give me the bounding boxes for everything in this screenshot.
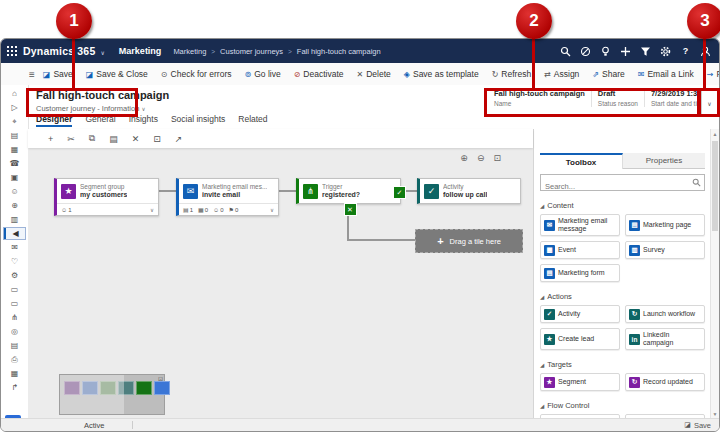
refresh-button[interactable]: ↻ Refresh [492,69,535,79]
search-document-icon[interactable]: ◎ [5,326,24,337]
share-button[interactable]: ⇗ Share [592,69,628,79]
zoom-in-icon[interactable]: ⊕ [460,153,468,163]
scroll-down-icon[interactable]: ▼ [711,411,719,417]
assign-button[interactable]: ⇄ Assign [544,69,583,79]
toolbox-item[interactable]: ▦ Event [540,241,620,259]
collapse-menu-icon[interactable]: ≡ [29,69,35,80]
tab-toolbox[interactable]: Toolbox [540,153,623,169]
tile-segment-group[interactable]: ★ Segment group my customers ☺1 ∨ [54,178,159,216]
scrollbar-thumb[interactable] [712,141,718,231]
toolbox-item[interactable]: ▥ Survey [625,241,705,259]
recent-icon[interactable]: ▷ [5,102,24,113]
snapshot-icon[interactable]: ⊡ [153,134,161,144]
check-errors-button[interactable]: ⊙ Check for errors [161,69,236,79]
flow-arrow-icon[interactable]: ↱ [5,382,24,393]
toolbox-item[interactable]: ✉ Marketing email message [540,214,620,236]
pinned-icon[interactable]: ⌖ [5,116,24,127]
toolbox-item[interactable]: ▤ Marketing page [625,214,705,236]
tab-related[interactable]: Related [238,114,267,127]
save-template-button[interactable]: ◈ Save as template [404,69,483,79]
save-close-button[interactable]: ◪ Save & Close [86,69,152,79]
calendar-icon[interactable]: ▦ [5,144,24,155]
tab-insights[interactable]: Insights [129,114,158,127]
phone-icon[interactable]: ☎ [5,158,24,169]
email-icon[interactable]: ✉ [5,242,24,253]
delete-button[interactable]: ✕ Delete [357,69,395,79]
lightbulb-icon[interactable] [600,46,611,57]
section-header[interactable]: ◢ Flow Control [540,401,705,410]
account-icon[interactable] [700,46,711,57]
breadcrumb-item[interactable]: Marketing [173,47,206,56]
trigger-true-badge[interactable]: ✓ [393,186,406,199]
app-name-label[interactable]: Marketing [119,46,162,56]
breadcrumb-item[interactable]: Customer journeys [220,47,283,56]
brand-label[interactable]: Dynamics 365 [23,45,95,57]
tile-activity[interactable]: ✓ Activity follow up call [417,178,521,204]
panel-scrollbar[interactable]: ▲ ▼ [710,129,719,419]
compass-icon[interactable] [580,46,591,57]
tab-designer[interactable]: Designer [36,114,72,127]
add-tile-icon[interactable]: + [48,134,53,144]
briefcase-icon[interactable]: ▣ [5,172,24,183]
paste-icon[interactable]: ▤ [109,134,118,144]
tab-social-insights[interactable]: Social insights [171,114,225,127]
delete-tile-icon[interactable]: ✕ [132,134,140,144]
toolbox-item[interactable]: in LinkedIn campaign [625,328,705,350]
settings-gear-icon[interactable] [660,46,671,57]
toolbox-item[interactable]: ↻ Record updated [625,373,705,391]
canvas-minimap[interactable]: ⊡ [59,374,165,415]
drag-tile-placeholder[interactable]: + Drag a tile here [415,229,523,253]
archive-icon[interactable]: ▭ [5,298,24,309]
email-link-button[interactable]: ✉ Email a Link [638,69,698,79]
table-icon[interactable]: ▦ [5,368,24,379]
header-collapse-button[interactable]: ∨ [701,89,718,117]
toolbox-item[interactable]: ▤ Marketing form [540,264,620,282]
tab-properties[interactable]: Properties [623,153,705,169]
go-live-button[interactable]: ⊚ Go live [244,69,284,79]
page-icon[interactable]: ▤ [5,130,24,141]
document-icon[interactable]: ▤ [5,340,24,351]
tile-marketing-email[interactable]: ✉ Marketing email mes... invite email ▤1… [176,178,279,216]
section-header[interactable]: ◢ Actions [540,292,705,301]
home-icon[interactable]: ⌂ [5,88,24,99]
trigger-false-badge[interactable]: ✕ [344,203,357,216]
print-icon[interactable]: ⎙ [5,354,24,365]
tile-trigger[interactable]: ⋔ Trigger registered? ✓ ✕ [296,178,401,204]
customer-journey-icon[interactable]: ◀ [4,228,25,239]
chevron-down-icon[interactable]: ∨ [270,207,274,213]
cut-icon[interactable]: ✂ [67,134,75,144]
share-branch-icon[interactable]: ⋔ [5,312,24,323]
flow-button[interactable]: ⇝ Flow ∨ [707,69,719,79]
help-icon[interactable]: ? [680,46,691,57]
section-header[interactable]: ◢ Targets [540,360,705,369]
contact-icon[interactable]: ☺ [5,186,24,197]
breadcrumb-item[interactable]: Fall high-touch campaign [297,47,381,56]
copy-icon[interactable]: ⧉ [89,133,95,144]
heart-icon[interactable]: ♡ [5,256,24,267]
chevron-down-icon[interactable]: ∨ [150,207,154,213]
folder-icon[interactable]: ▭ [5,284,24,295]
expand-icon[interactable]: ↗ [175,134,183,144]
toolbox-item[interactable]: ★ Create lead [540,328,620,350]
minimap-collapse-icon[interactable]: ⊡ [158,375,163,382]
tab-general[interactable]: General [85,114,115,127]
search-input[interactable] [541,179,704,194]
scroll-up-icon[interactable]: ▲ [711,131,719,137]
save-status-button[interactable]: ◪ Save [684,421,711,430]
settings-icon[interactable]: ⚙ [5,270,24,281]
files-icon[interactable]: ▥ [5,214,24,225]
section-header[interactable]: ◢ Content [540,201,705,210]
toolbox-item[interactable]: ★ Segment [540,373,620,391]
brand-caret-icon[interactable]: ∨ [100,49,104,56]
deactivate-button[interactable]: ⊘ Deactivate [294,69,348,79]
toolbox-item[interactable]: ↻ Launch workflow [625,305,705,323]
search-icon[interactable] [560,46,571,57]
save-button[interactable]: ◪ Save [43,69,77,79]
quick-create-icon[interactable] [620,46,631,57]
globe-icon[interactable]: ⊕ [5,200,24,211]
fit-screen-icon[interactable]: ⊡ [493,153,501,163]
zoom-out-icon[interactable]: ⊖ [477,153,485,163]
journey-canvas[interactable]: ⊕ ⊖ ⊡ [28,148,533,419]
toolbox-item[interactable]: ✓ Activity [540,305,620,323]
record-subtitle[interactable]: Customer journey - Information ∨ [36,104,146,113]
